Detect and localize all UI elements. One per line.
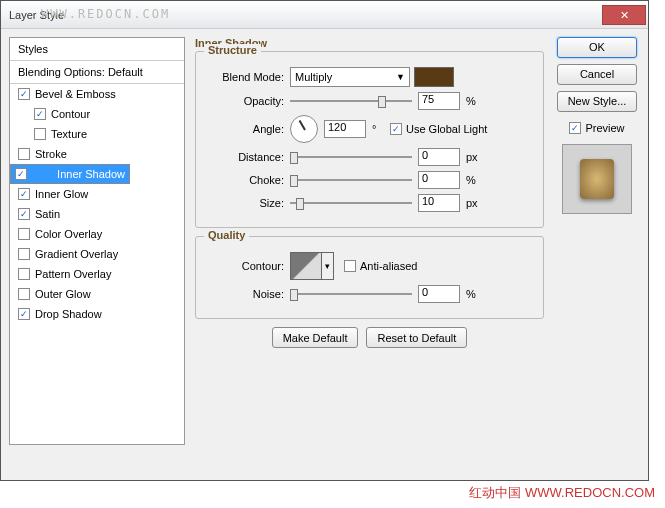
sidebar-item-satin[interactable]: ✓Satin [10,204,184,224]
sidebar-item-label: Stroke [35,148,67,160]
sidebar-item-gradient-overlay[interactable]: Gradient Overlay [10,244,184,264]
settings-panel: Inner Shadow Structure Blend Mode: Multi… [195,37,544,472]
opacity-slider[interactable] [290,94,412,108]
checkbox[interactable] [18,248,30,260]
sidebar-item-inner-shadow[interactable]: ✓Inner Shadow [10,164,130,184]
sidebar-item-stroke[interactable]: Stroke [10,144,184,164]
global-light-checkbox[interactable]: ✓ [390,123,402,135]
size-slider[interactable] [290,196,412,210]
checkbox[interactable]: ✓ [18,208,30,220]
antialiased-checkbox[interactable] [344,260,356,272]
noise-label: Noise: [206,288,290,300]
distance-slider[interactable] [290,150,412,164]
sidebar-item-label: Inner Shadow [57,168,125,180]
noise-input[interactable]: 0 [418,285,460,303]
close-icon: ✕ [620,9,629,21]
quality-group: Quality Contour: ▾ Anti-aliased Noise: 0… [195,236,544,319]
watermark-top: WWW.REDOCN.COM [41,7,170,21]
sidebar-item-label: Satin [35,208,60,220]
sidebar-item-drop-shadow[interactable]: ✓Drop Shadow [10,304,184,324]
choke-input[interactable]: 0 [418,171,460,189]
angle-dial[interactable] [290,115,318,143]
cancel-button[interactable]: Cancel [557,64,637,85]
checkbox[interactable]: ✓ [15,168,27,180]
size-input[interactable]: 10 [418,194,460,212]
opacity-input[interactable]: 75 [418,92,460,110]
checkbox[interactable] [18,148,30,160]
checkbox[interactable] [34,128,46,140]
sidebar-item-texture[interactable]: Texture [10,124,184,144]
sidebar-item-label: Contour [51,108,90,120]
sidebar-item-label: Color Overlay [35,228,102,240]
make-default-button[interactable]: Make Default [272,327,359,348]
layer-style-dialog: Layer Style ✕ WWW.REDOCN.COM Styles Blen… [0,0,649,481]
size-label: Size: [206,197,290,209]
close-button[interactable]: ✕ [602,5,646,25]
checkbox[interactable]: ✓ [18,308,30,320]
checkbox[interactable]: ✓ [18,188,30,200]
global-light-label: Use Global Light [406,123,487,135]
noise-slider[interactable] [290,287,412,301]
reset-default-button[interactable]: Reset to Default [366,327,467,348]
angle-input[interactable]: 120 [324,120,366,138]
styles-sidebar: Styles Blending Options: Default ✓Bevel … [9,37,185,445]
sidebar-item-color-overlay[interactable]: Color Overlay [10,224,184,244]
ok-button[interactable]: OK [557,37,637,58]
blend-mode-label: Blend Mode: [206,71,290,83]
color-swatch[interactable] [414,67,454,87]
chevron-down-icon: ▾ [325,261,330,271]
choke-label: Choke: [206,174,290,186]
contour-dropdown[interactable]: ▾ [322,252,334,280]
footer-watermark: 红动中国 WWW.REDOCN.COM [469,484,655,502]
checkbox[interactable] [18,228,30,240]
chevron-down-icon: ▼ [396,72,405,82]
sidebar-item-label: Outer Glow [35,288,91,300]
sidebar-item-label: Pattern Overlay [35,268,111,280]
checkbox[interactable]: ✓ [34,108,46,120]
blend-mode-select[interactable]: Multiply ▼ [290,67,410,87]
antialiased-label: Anti-aliased [360,260,417,272]
sidebar-item-bevel-emboss[interactable]: ✓Bevel & Emboss [10,84,184,104]
sidebar-item-label: Drop Shadow [35,308,102,320]
contour-picker[interactable] [290,252,322,280]
new-style-button[interactable]: New Style... [557,91,637,112]
choke-slider[interactable] [290,173,412,187]
checkbox[interactable] [18,268,30,280]
preview-checkbox[interactable]: ✓ [569,122,581,134]
sidebar-header[interactable]: Styles [10,38,184,61]
opacity-label: Opacity: [206,95,290,107]
angle-label: Angle: [206,123,290,135]
distance-input[interactable]: 0 [418,148,460,166]
sidebar-item-label: Inner Glow [35,188,88,200]
sidebar-item-label: Bevel & Emboss [35,88,116,100]
sidebar-item-label: Gradient Overlay [35,248,118,260]
sidebar-item-outer-glow[interactable]: Outer Glow [10,284,184,304]
sidebar-item-label: Texture [51,128,87,140]
sidebar-item-pattern-overlay[interactable]: Pattern Overlay [10,264,184,284]
preview-label: Preview [585,122,624,134]
sidebar-item-inner-glow[interactable]: ✓Inner Glow [10,184,184,204]
quality-legend: Quality [204,229,249,241]
blending-options[interactable]: Blending Options: Default [10,61,184,84]
structure-legend: Structure [204,44,261,56]
preview-thumbnail [562,144,632,214]
distance-label: Distance: [206,151,290,163]
checkbox[interactable] [18,288,30,300]
structure-group: Structure Blend Mode: Multiply ▼ Opacity… [195,51,544,228]
contour-label: Contour: [206,260,290,272]
right-panel: OK Cancel New Style... ✓ Preview [554,37,640,472]
sidebar-item-contour[interactable]: ✓Contour [10,104,184,124]
checkbox[interactable]: ✓ [18,88,30,100]
